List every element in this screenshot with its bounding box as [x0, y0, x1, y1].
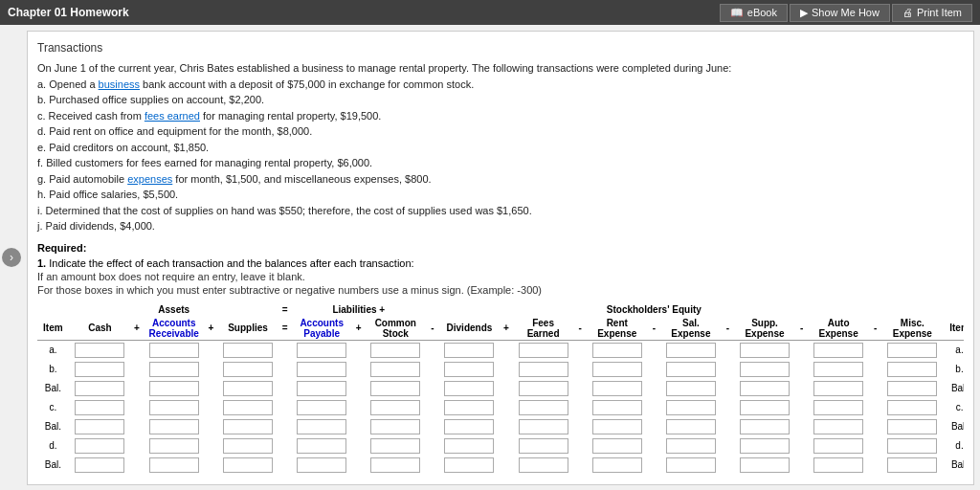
rent-expense-cell[interactable] [586, 398, 648, 417]
auto-expense-cell[interactable] [807, 456, 869, 475]
cash-input[interactable] [75, 457, 124, 473]
ar-cell[interactable] [143, 379, 206, 398]
supp-expense-cell[interactable] [733, 417, 795, 436]
fees-earned-input[interactable] [519, 457, 568, 473]
sal-expense-cell[interactable] [659, 379, 722, 398]
dividends-input[interactable] [444, 362, 494, 377]
supplies-input[interactable] [223, 457, 273, 473]
auto-expense-input[interactable] [813, 343, 863, 358]
fees-earned-input[interactable] [519, 400, 568, 415]
cash-cell[interactable] [69, 360, 131, 379]
fees-earned-cell[interactable] [512, 456, 574, 475]
rent-expense-input[interactable] [592, 381, 642, 396]
ar-input[interactable] [149, 381, 199, 396]
supplies-cell[interactable] [216, 340, 278, 360]
show-me-how-button[interactable]: ▶ Show Me How [790, 4, 890, 22]
ap-input[interactable] [297, 362, 346, 377]
rent-expense-cell[interactable] [586, 456, 648, 475]
ar-cell[interactable] [143, 360, 206, 379]
supplies-cell[interactable] [216, 436, 278, 456]
supplies-input[interactable] [223, 362, 273, 377]
auto-expense-cell[interactable] [807, 360, 869, 379]
ap-cell[interactable] [290, 379, 352, 398]
supplies-cell[interactable] [216, 398, 278, 417]
rent-expense-input[interactable] [592, 457, 642, 473]
cash-cell[interactable] [69, 436, 131, 456]
auto-expense-input[interactable] [813, 400, 863, 415]
supp-expense-cell[interactable] [733, 398, 795, 417]
rent-expense-input[interactable] [592, 400, 642, 415]
misc-expense-input[interactable] [887, 419, 937, 434]
misc-expense-input[interactable] [887, 457, 937, 473]
supp-expense-cell[interactable] [733, 379, 795, 398]
dividends-input[interactable] [444, 457, 494, 473]
fees-earned-input[interactable] [519, 438, 568, 454]
ap-cell[interactable] [290, 398, 352, 417]
dividends-cell[interactable] [438, 417, 501, 436]
ap-input[interactable] [297, 343, 346, 358]
common-stock-input[interactable] [370, 419, 420, 434]
ar-input[interactable] [149, 419, 199, 434]
supplies-cell[interactable] [216, 456, 278, 475]
auto-expense-cell[interactable] [807, 379, 869, 398]
common-stock-cell[interactable] [365, 379, 427, 398]
sal-expense-input[interactable] [666, 362, 716, 377]
fees-earned-cell[interactable] [512, 417, 574, 436]
ap-cell[interactable] [290, 456, 352, 475]
supp-expense-cell[interactable] [733, 340, 795, 360]
supplies-input[interactable] [223, 381, 273, 396]
misc-expense-cell[interactable] [881, 456, 944, 475]
supp-expense-input[interactable] [740, 362, 790, 377]
ar-cell[interactable] [143, 456, 206, 475]
supplies-input[interactable] [223, 419, 273, 434]
supp-expense-cell[interactable] [733, 456, 795, 475]
auto-expense-input[interactable] [813, 419, 863, 434]
cash-cell[interactable] [69, 417, 131, 436]
supp-expense-input[interactable] [740, 343, 790, 358]
supplies-input[interactable] [223, 400, 273, 415]
sal-expense-input[interactable] [666, 438, 716, 454]
misc-expense-input[interactable] [887, 343, 937, 358]
cash-input[interactable] [75, 400, 124, 415]
common-stock-cell[interactable] [365, 360, 427, 379]
sal-expense-input[interactable] [666, 419, 716, 434]
misc-expense-cell[interactable] [881, 379, 944, 398]
common-stock-cell[interactable] [365, 436, 427, 456]
misc-expense-input[interactable] [887, 362, 937, 377]
sal-expense-input[interactable] [666, 343, 716, 358]
common-stock-input[interactable] [370, 362, 420, 377]
auto-expense-cell[interactable] [807, 340, 869, 360]
dividends-input[interactable] [444, 400, 494, 415]
ar-cell[interactable] [143, 340, 206, 360]
ar-input[interactable] [149, 362, 199, 377]
dividends-input[interactable] [444, 381, 494, 396]
misc-expense-cell[interactable] [881, 360, 944, 379]
supplies-input[interactable] [223, 438, 273, 454]
dividends-cell[interactable] [438, 379, 501, 398]
cash-cell[interactable] [69, 398, 131, 417]
supplies-input[interactable] [223, 343, 273, 358]
ap-input[interactable] [297, 457, 346, 473]
misc-expense-input[interactable] [887, 381, 937, 396]
cash-input[interactable] [75, 381, 124, 396]
ap-cell[interactable] [290, 360, 352, 379]
common-stock-cell[interactable] [365, 417, 427, 436]
supp-expense-input[interactable] [740, 438, 790, 454]
ap-input[interactable] [297, 419, 346, 434]
rent-expense-cell[interactable] [586, 340, 648, 360]
cash-cell[interactable] [69, 456, 131, 475]
ar-input[interactable] [149, 438, 199, 454]
ebook-button[interactable]: 📖 eBook [720, 4, 788, 22]
cash-cell[interactable] [69, 340, 131, 360]
auto-expense-input[interactable] [813, 381, 863, 396]
common-stock-input[interactable] [370, 438, 420, 454]
ap-cell[interactable] [290, 417, 352, 436]
dividends-input[interactable] [444, 438, 494, 454]
dividends-input[interactable] [444, 343, 494, 358]
supp-expense-cell[interactable] [733, 436, 795, 456]
auto-expense-cell[interactable] [807, 398, 869, 417]
rent-expense-input[interactable] [592, 362, 642, 377]
print-button[interactable]: 🖨 Print Item [892, 4, 972, 22]
supp-expense-input[interactable] [740, 381, 790, 396]
ap-input[interactable] [297, 400, 346, 415]
